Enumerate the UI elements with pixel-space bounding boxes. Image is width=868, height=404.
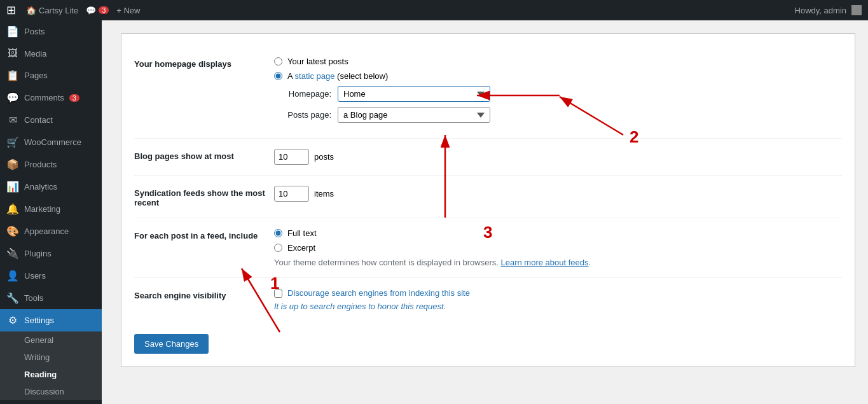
search-checkbox-label: Discourage search engines from indexing … [287,288,470,298]
settings-submenu: General Writing Reading Discussion [0,331,102,400]
sidebar-item-marketing[interactable]: 🔔 Marketing [0,198,102,220]
users-icon: 👤 [6,270,19,282]
sidebar-item-appearance[interactable]: 🎨 Appearance [0,220,102,242]
pages-icon: 📋 [6,69,19,81]
radio-static-page[interactable] [274,72,282,80]
search-visibility-label: Search engine visibility [134,288,274,300]
avatar [851,5,862,15]
house-icon: 🏠 [26,6,36,15]
sidebar-item-analytics[interactable]: 📊 Analytics [0,176,102,198]
wp-icon: ⊞ [6,3,16,17]
syndication-input-row: items [274,186,842,202]
homepage-displays-row: Your homepage displays Your latest posts… [134,46,842,139]
radio-latest-label: Your latest posts [287,57,348,66]
radio-excerpt-option: Excerpt [274,243,842,253]
blog-pages-suffix: posts [314,152,334,162]
radio-static-label: A static page (select below) [287,71,388,81]
learn-more-link[interactable]: Learn more about feeds [501,258,589,267]
new-button[interactable]: + New [116,6,140,15]
comments-icon: 💬 [6,92,19,104]
topbar: ⊞ 🏠 Cartsy Lite 💬 3 + New Howdy, admin [0,0,868,20]
homepage-displays-label: Your homepage displays [134,57,274,69]
radio-static-option: A static page (select below) [274,71,842,81]
search-visibility-row: Search engine visibility Discourage sear… [134,278,842,321]
site-name[interactable]: 🏠 Cartsy Lite [26,6,78,15]
submenu-reading[interactable]: Reading [6,366,102,383]
syndication-content: items [274,186,842,202]
homepage-displays-content: Your latest posts A static page (select … [274,57,842,128]
sidebar-item-comments[interactable]: 💬 Comments 3 [0,87,102,109]
blog-pages-label: Blog pages show at most [134,149,274,161]
submenu-discussion[interactable]: Discussion [6,383,102,400]
sidebar-item-media[interactable]: 🖼 Media [0,43,102,64]
syndication-suffix: items [314,189,334,199]
homepage-select-row: Homepage: Home [274,86,842,102]
sidebar-item-pages[interactable]: 📋 Pages [0,64,102,87]
posts-page-select[interactable]: a Blog page [338,107,490,123]
comments-link[interactable]: 💬 3 [86,6,109,15]
homepage-select-label: Homepage: [274,89,331,99]
save-changes-button[interactable]: Save Changes [134,334,209,354]
woocommerce-icon: 🛒 [6,136,19,148]
analytics-icon: 📊 [6,181,19,193]
syndication-input[interactable] [274,186,309,202]
homepage-select[interactable]: Home [338,86,490,102]
posts-icon: 📄 [6,25,19,38]
blog-pages-input[interactable] [274,149,309,165]
posts-page-select-row: Posts page: a Blog page [274,107,842,123]
marketing-icon: 🔔 [6,203,19,215]
sidebar-item-tools[interactable]: 🔧 Tools [0,287,102,309]
comment-icon: 💬 [86,6,96,15]
settings-form: Your homepage displays Your latest posts… [121,33,855,367]
tools-icon: 🔧 [6,292,19,304]
radio-latest-option: Your latest posts [274,57,842,66]
submenu-writing[interactable]: Writing [6,349,102,366]
blog-pages-row: Blog pages show at most posts [134,139,842,176]
syndication-label: Syndication feeds show the most recent [134,186,274,207]
settings-icon: ⚙ [6,314,19,326]
media-icon: 🖼 [6,48,19,59]
sidebar-item-contact[interactable]: ✉ Contact [0,109,102,131]
products-icon: 📦 [6,158,19,171]
feed-content: Full text Excerpt Your theme determines … [274,228,842,267]
search-visibility-content: Discourage search engines from indexing … [274,288,842,311]
feed-info: Your theme determines how content is dis… [274,258,842,267]
main-content: Your homepage displays Your latest posts… [102,20,868,404]
sidebar-item-posts[interactable]: 📄 Posts [0,20,102,43]
radio-full-text[interactable] [274,229,282,237]
search-note: It is up to search engines to honor this… [274,302,842,311]
topbar-right: Howdy, admin [795,5,862,15]
blog-pages-content: posts [274,149,842,165]
search-visibility-checkbox[interactable] [274,289,282,298]
full-text-label: Full text [287,228,317,238]
blog-pages-input-row: posts [274,149,842,165]
syndication-row: Syndication feeds show the most recent i… [134,176,842,218]
sidebar-item-plugins[interactable]: 🔌 Plugins [0,242,102,265]
radio-full-text-option: Full text [274,228,842,238]
sidebar-item-products[interactable]: 📦 Products [0,153,102,176]
radio-latest-posts[interactable] [274,57,282,66]
submenu-general[interactable]: General [6,331,102,349]
sidebar-item-woocommerce[interactable]: 🛒 WooCommerce [0,131,102,153]
sidebar-item-settings[interactable]: ⚙ Settings [0,309,102,331]
layout: 📄 Posts 🖼 Media 📋 Pages 💬 Comments 3 ✉ C… [0,20,868,404]
static-page-link[interactable]: static page [295,71,335,81]
plugins-icon: 🔌 [6,247,19,260]
radio-excerpt[interactable] [274,244,282,252]
posts-page-label: Posts page: [274,110,331,120]
search-checkbox-row: Discourage search engines from indexing … [274,288,842,298]
contact-icon: ✉ [6,114,19,126]
excerpt-label: Excerpt [287,243,315,253]
feed-row: For each post in a feed, include Full te… [134,218,842,278]
sidebar: 📄 Posts 🖼 Media 📋 Pages 💬 Comments 3 ✉ C… [0,20,102,404]
sidebar-item-users[interactable]: 👤 Users [0,265,102,287]
feed-label: For each post in a feed, include [134,228,274,240]
appearance-icon: 🎨 [6,225,19,237]
